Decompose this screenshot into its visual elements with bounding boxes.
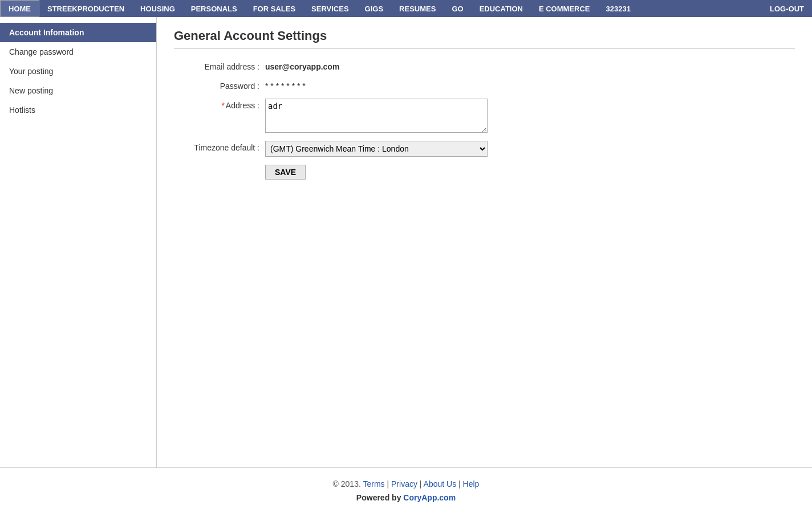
nav-items-container: HOMESTREEKPRODUCTENHOUSINGPERSONALSFOR S…	[0, 0, 639, 17]
nav-item-education[interactable]: EDUCATION	[472, 0, 531, 17]
main-nav: HOMESTREEKPRODUCTENHOUSINGPERSONALSFOR S…	[0, 0, 812, 17]
sidebar-item-change-password[interactable]: Change password	[0, 42, 156, 62]
timezone-row: Timezone default : (GMT) Greenwich Mean …	[174, 141, 795, 157]
footer-links: © 2013. Terms | Privacy | About Us | Hel…	[0, 479, 812, 488]
sidebar-item-account-infomation[interactable]: Account Infomation	[0, 23, 156, 42]
save-row: SAVE	[174, 165, 795, 180]
footer-separator: |	[456, 479, 462, 488]
sidebar-item-your-posting[interactable]: Your posting	[0, 62, 156, 81]
footer-powered-link[interactable]: CoryApp.com	[403, 493, 456, 502]
password-row: Password : * * * * * * * *	[174, 79, 795, 91]
footer: © 2013. Terms | Privacy | About Us | Hel…	[0, 467, 812, 508]
footer-link-terms[interactable]: Terms	[363, 479, 384, 488]
sidebar-item-hotlists[interactable]: Hotlists	[0, 100, 156, 120]
footer-link-about-us[interactable]: About Us	[424, 479, 457, 488]
email-row: Email address : user@coryapp.com	[174, 60, 795, 71]
timezone-select[interactable]: (GMT) Greenwich Mean Time : London(GMT-0…	[265, 141, 488, 157]
footer-powered: Powered by CoryApp.com	[0, 493, 812, 502]
password-label: Password :	[174, 79, 265, 91]
footer-link-help[interactable]: Help	[463, 479, 480, 488]
nav-item-personals[interactable]: PERSONALS	[183, 0, 245, 17]
footer-link-privacy[interactable]: Privacy	[391, 479, 417, 488]
address-input[interactable]	[265, 99, 488, 133]
nav-item-for-sales[interactable]: FOR SALES	[245, 0, 303, 17]
nav-item-e-commerce[interactable]: E COMMERCE	[531, 0, 598, 17]
email-value: user@coryapp.com	[265, 60, 339, 71]
address-label: *Address :	[174, 99, 265, 110]
nav-item-services[interactable]: SERVICES	[303, 0, 357, 17]
nav-item-housing[interactable]: HOUSING	[132, 0, 183, 17]
sidebar: Account InfomationChange passwordYour po…	[0, 17, 157, 467]
email-label: Email address :	[174, 60, 265, 71]
required-star: *	[221, 101, 224, 110]
nav-item-resumes[interactable]: RESUMES	[391, 0, 444, 17]
footer-separator: |	[385, 479, 391, 488]
page-wrapper: Account InfomationChange passwordYour po…	[0, 17, 812, 467]
nav-item-home[interactable]: HOME	[0, 0, 39, 17]
sidebar-item-new-posting[interactable]: New posting	[0, 81, 156, 100]
main-content: General Account Settings Email address :…	[157, 17, 812, 467]
address-row: *Address :	[174, 99, 795, 133]
password-value: * * * * * * * *	[265, 79, 306, 91]
nav-item-streekproducten[interactable]: STREEKPRODUCTEN	[39, 0, 132, 17]
footer-copyright: © 2013.	[333, 479, 363, 488]
logout-link[interactable]: LOG-OUT	[762, 0, 812, 17]
page-title: General Account Settings	[174, 28, 795, 43]
footer-separator: |	[417, 479, 424, 488]
nav-item-go[interactable]: GO	[444, 0, 471, 17]
save-button[interactable]: SAVE	[265, 165, 306, 180]
title-divider	[174, 48, 795, 48]
nav-item-gigs[interactable]: GIGS	[357, 0, 392, 17]
timezone-label: Timezone default :	[174, 141, 265, 152]
nav-item-323231[interactable]: 323231	[598, 0, 639, 17]
